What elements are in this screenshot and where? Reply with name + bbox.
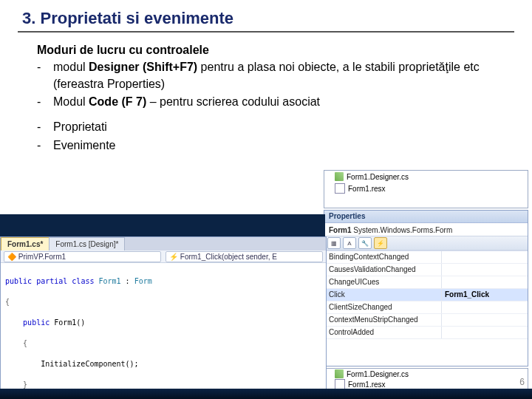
solution-explorer-fragment: Form1.Designer.cs Form1.resx bbox=[324, 170, 528, 208]
body-heading: Moduri de lucru cu controalele bbox=[37, 41, 502, 58]
properties-object: Form1 System.Windows.Forms.Form bbox=[324, 223, 528, 236]
sub-list: -Proprietati -Evenimente bbox=[0, 110, 532, 155]
ide-screenshot: Form1.Designer.cs Form1.resx Properties … bbox=[0, 170, 532, 399]
properties-toolbar: ▦ A 🔧 ⚡ bbox=[324, 236, 528, 250]
page-number: 6 bbox=[519, 377, 525, 387]
body-bullet-2: - Modul Code (F 7) – pentru scrierea cod… bbox=[37, 93, 502, 110]
alphabetical-button[interactable]: A bbox=[343, 237, 356, 249]
body-bullet-1: - modul Designer (Shift+F7) pentru a pla… bbox=[37, 58, 502, 92]
events-grid[interactable]: BindingContextChanged CausesValidationCh… bbox=[324, 250, 528, 339]
editor-tabs: Form1.cs* Form1.cs [Design]* bbox=[1, 237, 326, 250]
categorized-button[interactable]: ▦ bbox=[327, 237, 341, 249]
title-rule bbox=[18, 31, 514, 33]
resource-file-icon bbox=[335, 379, 345, 389]
body-text: Moduri de lucru cu controalele - modul D… bbox=[0, 38, 532, 110]
code-content[interactable]: public partial class Form1 : Form { publ… bbox=[1, 263, 326, 399]
csharp-file-icon bbox=[335, 172, 344, 181]
events-button[interactable]: ⚡ bbox=[374, 237, 387, 249]
code-editor[interactable]: Form1.cs* Form1.cs [Design]* 🔶 PrimVP.Fo… bbox=[0, 236, 327, 399]
properties-title: Properties bbox=[324, 211, 528, 223]
background-strip bbox=[0, 214, 325, 236]
properties-pane[interactable]: Properties Form1 System.Windows.Forms.Fo… bbox=[324, 210, 528, 366]
slide-title: 3. Proprietati si evenimente bbox=[0, 0, 532, 31]
csharp-file-icon bbox=[335, 369, 344, 378]
tab-form1-design[interactable]: Form1.cs [Design]* bbox=[49, 237, 125, 250]
properties-button[interactable]: 🔧 bbox=[358, 237, 372, 249]
nav-member-dropdown[interactable]: ⚡ Form1_Click(object sender, E bbox=[166, 251, 323, 262]
tab-form1-cs[interactable]: Form1.cs* bbox=[1, 237, 50, 250]
footer-strip bbox=[0, 389, 532, 399]
resource-file-icon bbox=[335, 183, 345, 194]
nav-class-dropdown[interactable]: 🔶 PrimVP.Form1 bbox=[4, 251, 161, 262]
